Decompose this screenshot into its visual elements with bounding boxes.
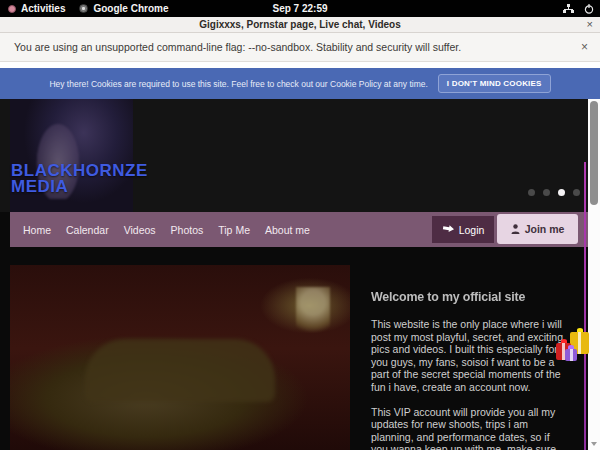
power-icon[interactable] [584, 4, 594, 14]
carousel-dot[interactable] [543, 189, 550, 196]
nav-item-videos[interactable]: Videos [124, 224, 156, 236]
site-logo[interactable]: BLACKHORNZE MEDIA [11, 163, 148, 195]
sandbox-warning-text: You are using an unsupported command-lin… [0, 41, 461, 53]
gnome-top-bar: Activities Google Chrome Sep 7 22:59 [0, 0, 600, 17]
window-title-bar: Gigixxxs, Pornstar page, Live chat, Vide… [0, 17, 600, 33]
logo-line-2: MEDIA [11, 179, 148, 195]
welcome-heading: Welcome to my official site [371, 289, 548, 304]
login-label: Login [459, 224, 485, 236]
main-content: Welcome to my official site This website… [0, 247, 600, 450]
intro-paragraph-1: This website is the only place where i w… [371, 318, 563, 394]
site-accent-border [584, 162, 586, 450]
nav-item-tip-me[interactable]: Tip Me [218, 224, 250, 236]
nav-item-home[interactable]: Home [23, 224, 51, 236]
join-me-button[interactable]: Join me [497, 214, 578, 244]
scrollbar-thumb[interactable] [590, 101, 598, 205]
cookie-message: Hey there! Cookies are required to use t… [49, 79, 427, 89]
person-icon [511, 224, 520, 234]
carousel-dot-active[interactable] [558, 189, 565, 196]
gift-icon [565, 349, 577, 361]
intro-paragraph-2: This VIP account will provide you all my… [371, 406, 563, 450]
carousel-dot[interactable] [528, 189, 535, 196]
sandbox-warning-bar: You are using an unsupported command-lin… [0, 33, 600, 62]
login-arrow-icon [442, 225, 454, 234]
network-icon[interactable] [563, 4, 574, 14]
main-nav: Home Calendar Videos Photos Tip Me About… [10, 212, 590, 247]
join-me-label: Join me [525, 223, 565, 235]
scrollbar-down-arrow[interactable] [591, 442, 597, 446]
browser-scrollbar[interactable] [588, 99, 600, 450]
window-close-icon[interactable]: × [587, 18, 593, 30]
intro-text-column: Welcome to my official site This website… [371, 289, 563, 450]
nav-item-calendar[interactable]: Calendar [66, 224, 109, 236]
window-title: Gigixxxs, Pornstar page, Live chat, Vide… [199, 19, 401, 30]
header-carousel-dots [528, 189, 580, 196]
gifts-widget[interactable] [556, 328, 590, 364]
cookie-notice-bar: Hey there! Cookies are required to use t… [0, 68, 600, 99]
infobar-close-icon[interactable]: × [581, 40, 588, 54]
clock[interactable]: Sep 7 22:59 [0, 3, 600, 14]
screen: Activities Google Chrome Sep 7 22:59 Gig… [0, 0, 600, 450]
nav-item-photos[interactable]: Photos [171, 224, 204, 236]
nav-item-about-me[interactable]: About me [265, 224, 310, 236]
cookie-accept-button[interactable]: I DON'T MIND COOKIES [438, 74, 551, 93]
site-header: BLACKHORNZE MEDIA [0, 99, 600, 212]
carousel-dot[interactable] [573, 189, 580, 196]
featured-photo [10, 265, 350, 450]
login-button[interactable]: Login [432, 216, 494, 243]
